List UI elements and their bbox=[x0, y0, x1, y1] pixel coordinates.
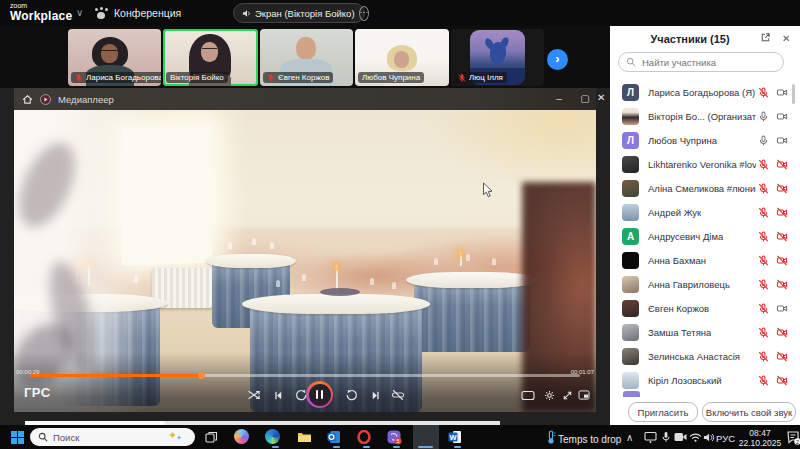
share-more-icon[interactable]: ⋯ bbox=[359, 6, 369, 21]
next-icon[interactable] bbox=[367, 387, 383, 403]
camera-off-icon[interactable] bbox=[776, 231, 788, 242]
participant-row[interactable]: Анна Бахман bbox=[610, 248, 796, 272]
camera-off-icon[interactable] bbox=[776, 351, 788, 362]
mic-muted-icon[interactable] bbox=[758, 87, 769, 98]
forward-icon[interactable] bbox=[344, 387, 360, 403]
background-window-edge bbox=[165, 421, 500, 425]
minimize-button[interactable]: – bbox=[548, 88, 570, 110]
viber-icon[interactable]: 5 bbox=[386, 429, 402, 445]
screen-share-pill[interactable]: Экран (Вікторія Бойко) ⋯ bbox=[233, 3, 365, 23]
outlook-icon[interactable] bbox=[326, 429, 342, 445]
thermometer-icon[interactable] bbox=[543, 429, 559, 445]
tray-chevron-icon[interactable]: ∧ bbox=[626, 432, 633, 443]
participant-row[interactable]: Аліна Смеликова #люнику bbox=[610, 176, 796, 200]
participant-row[interactable]: Замша Тетяна bbox=[610, 320, 796, 344]
progress-knob[interactable] bbox=[198, 372, 205, 379]
pip-icon[interactable] bbox=[576, 387, 592, 403]
settings-icon[interactable] bbox=[541, 387, 557, 403]
unmute-button[interactable]: Включить свой звук bbox=[702, 402, 796, 422]
camera-on-icon[interactable] bbox=[776, 87, 788, 98]
camera-on-icon[interactable] bbox=[776, 135, 788, 146]
video-tile-larysa[interactable]: Лариса Богадьорова bbox=[68, 29, 161, 86]
search-input[interactable] bbox=[640, 56, 764, 69]
camera-off-icon[interactable] bbox=[776, 183, 788, 194]
pause-button[interactable] bbox=[306, 381, 333, 408]
mic-muted-icon[interactable] bbox=[758, 255, 769, 266]
participant-row[interactable]: Вікторія Бо... (Организатор) bbox=[610, 104, 796, 128]
maximize-button[interactable]: ▢ bbox=[574, 88, 596, 110]
camera-off-icon[interactable] bbox=[776, 375, 788, 386]
next-participants-button[interactable]: › bbox=[547, 49, 568, 70]
video-tile-yevhen[interactable]: Євген Коржов bbox=[260, 29, 353, 86]
mic-muted-icon[interactable] bbox=[758, 279, 769, 290]
clock-date[interactable]: 22.10.2025 bbox=[736, 438, 784, 448]
participant-row[interactable]: Likhtarenko Veronika #lovealina bbox=[610, 152, 796, 176]
mic-on-icon[interactable] bbox=[758, 135, 769, 146]
mic-muted-icon[interactable] bbox=[758, 207, 769, 218]
mic-muted-icon bbox=[75, 74, 83, 82]
video-tile-viktoriia[interactable]: Вікторія Бойко bbox=[163, 29, 258, 86]
panel-close-icon[interactable]: ✕ bbox=[782, 33, 790, 44]
participant-row[interactable]: Євген Коржов bbox=[610, 296, 796, 320]
popout-icon[interactable] bbox=[760, 32, 771, 43]
mic-muted-icon[interactable] bbox=[758, 159, 769, 170]
participant-avatar bbox=[622, 108, 639, 125]
mic-muted-icon[interactable] bbox=[758, 375, 769, 386]
close-icon[interactable]: ✕ bbox=[597, 92, 605, 103]
mic-muted-icon[interactable] bbox=[758, 303, 769, 314]
mic-muted-icon[interactable] bbox=[758, 231, 769, 242]
participant-avatar bbox=[622, 252, 639, 269]
video-content[interactable] bbox=[14, 110, 596, 412]
video-tile-liuts[interactable]: Люц Ілля bbox=[451, 29, 544, 86]
volume-icon[interactable] bbox=[701, 429, 717, 445]
chevron-down-icon[interactable]: ∨ bbox=[76, 7, 83, 18]
camera-off-icon[interactable] bbox=[776, 159, 788, 170]
camera-off-icon[interactable] bbox=[776, 255, 788, 266]
copilot-icon[interactable] bbox=[234, 429, 249, 444]
opera-icon[interactable] bbox=[356, 429, 372, 445]
participant-row[interactable]: Зелинська Анастасія bbox=[610, 344, 796, 368]
weather-label[interactable]: Temps to drop bbox=[558, 434, 621, 445]
camera-off-icon[interactable] bbox=[776, 279, 788, 290]
mic-muted-icon[interactable] bbox=[758, 351, 769, 362]
home-icon[interactable] bbox=[22, 94, 33, 105]
camera-off-icon[interactable] bbox=[776, 327, 788, 338]
participants-panel: Участники (15) ✕ ЛЛариса Богадьорова (Я)… bbox=[610, 26, 800, 425]
captions-icon[interactable] bbox=[520, 387, 536, 403]
mic-on-icon[interactable] bbox=[758, 111, 769, 122]
clock-time[interactable]: 08:47 bbox=[742, 428, 778, 438]
notification-icon[interactable]: 2 bbox=[785, 429, 800, 445]
progress-bar[interactable] bbox=[30, 374, 580, 377]
file-explorer-icon[interactable] bbox=[296, 429, 312, 445]
participant-row[interactable]: Андрей Жук bbox=[610, 200, 796, 224]
language-indicator[interactable]: РУС bbox=[716, 433, 735, 444]
previous-icon[interactable] bbox=[270, 387, 286, 403]
participant-name: Вікторія Бо... (Организатор) bbox=[648, 111, 756, 122]
repeat-off-icon[interactable] bbox=[390, 387, 406, 403]
video-tile-liubov[interactable]: Любов Чуприна bbox=[355, 29, 449, 86]
camera-on-icon[interactable] bbox=[776, 111, 788, 122]
tray-camera-icon[interactable] bbox=[672, 429, 688, 445]
start-button[interactable] bbox=[9, 429, 25, 445]
invite-button[interactable]: Пригласить bbox=[628, 402, 698, 422]
cast-icon[interactable] bbox=[642, 429, 658, 445]
edge-icon[interactable] bbox=[265, 429, 280, 444]
media-player-titlebar[interactable]: Медиаплеер – ▢ bbox=[14, 88, 596, 110]
camera-off-icon[interactable] bbox=[776, 207, 788, 218]
shuffle-icon[interactable] bbox=[246, 387, 262, 403]
tile-name: Лариса Богадьорова bbox=[86, 73, 161, 82]
participant-row[interactable]: Кіріл Лозовський bbox=[610, 368, 796, 392]
panel-scrollbar[interactable] bbox=[792, 84, 795, 104]
word-icon[interactable]: W bbox=[447, 429, 463, 445]
participant-row[interactable]: AАндрусевич Діма bbox=[610, 224, 796, 248]
participant-search[interactable] bbox=[618, 52, 784, 72]
fullscreen-icon[interactable] bbox=[559, 387, 575, 403]
participant-row[interactable]: Анна Гавриловець bbox=[610, 272, 796, 296]
mic-muted-icon[interactable] bbox=[758, 327, 769, 338]
participant-row[interactable]: ЛЛюбов Чуприна bbox=[610, 128, 796, 152]
mic-muted-icon[interactable] bbox=[758, 183, 769, 194]
tab-conference[interactable]: Конференция bbox=[94, 4, 181, 22]
participant-row[interactable]: ЛЛариса Богадьорова (Я) bbox=[610, 80, 796, 104]
camera-on-icon[interactable] bbox=[776, 303, 788, 314]
task-view-icon[interactable] bbox=[203, 429, 219, 445]
